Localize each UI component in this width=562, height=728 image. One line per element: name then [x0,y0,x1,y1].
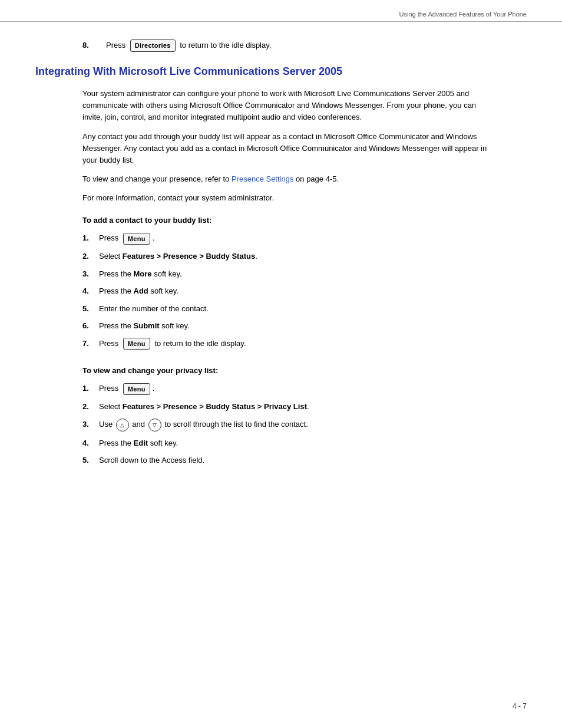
privacy-step-1: 1. Press Menu. [82,382,491,395]
buddy-steps: 1. Press Menu. 2. Select Features > Pres… [82,232,491,350]
buddy-heading: To add a contact to your buddy list: [82,216,491,225]
privacy-step-5: 5. Scroll down to the Access field. [82,454,491,466]
privacy-step-4: 4. Press the Edit soft key. [82,437,491,449]
paragraph-4: For more information, contact your syste… [82,192,491,204]
header-title: Using the Advanced Features of Your Phon… [399,11,527,18]
step-8-number: 8. [82,39,106,50]
buddy-step-1: 1. Press Menu. [82,232,491,245]
scroll-up-icon: △ [116,419,129,431]
section-heading: Integrating With Microsoft Live Communic… [35,65,527,78]
buddy-step-3: 3. Press the More soft key. [82,268,491,280]
menu-button-2[interactable]: Menu [123,338,150,350]
directories-button[interactable]: Directories [130,39,176,52]
privacy-step-3: 3. Use △ and ▽ to scroll through the lis… [82,418,491,431]
presence-settings-link[interactable]: Presence Settings [232,174,294,183]
privacy-heading: To view and change your privacy list: [82,366,491,375]
menu-button-3[interactable]: Menu [123,383,150,396]
buddy-step-7: 7. Press Menu to return to the idle disp… [82,337,491,350]
step-8-content: Press Directories to return to the idle … [106,39,527,52]
step-8-text-before: Press [106,41,128,50]
privacy-steps: 1. Press Menu. 2. Select Features > Pres… [82,382,491,466]
buddy-step-2: 2. Select Features > Presence > Buddy St… [82,250,491,262]
buddy-step-5: 5. Enter the number of the contact. [82,302,491,315]
page-footer: 4 - 7 [513,702,527,710]
section-body: Your system administrator can configure … [82,88,491,466]
paragraph-3: To view and change your presence, refer … [82,173,491,185]
privacy-step-2: 2. Select Features > Presence > Buddy St… [82,400,491,413]
menu-button-1[interactable]: Menu [123,233,150,245]
content: 8. Press Directories to return to the id… [0,22,562,495]
page-number: 4 - 7 [513,702,527,710]
step-8: 8. Press Directories to return to the id… [82,39,527,52]
scroll-down-icon: ▽ [148,419,161,431]
page: Using the Advanced Features of Your Phon… [0,0,562,728]
page-header: Using the Advanced Features of Your Phon… [0,0,562,22]
buddy-step-6: 6. Press the Submit soft key. [82,319,491,332]
paragraph-1: Your system administrator can configure … [82,88,491,123]
paragraph-2: Any contact you add through your buddy l… [82,131,491,166]
buddy-step-4: 4. Press the Add soft key. [82,285,491,297]
step-8-text-after: to return to the idle display. [180,41,271,50]
